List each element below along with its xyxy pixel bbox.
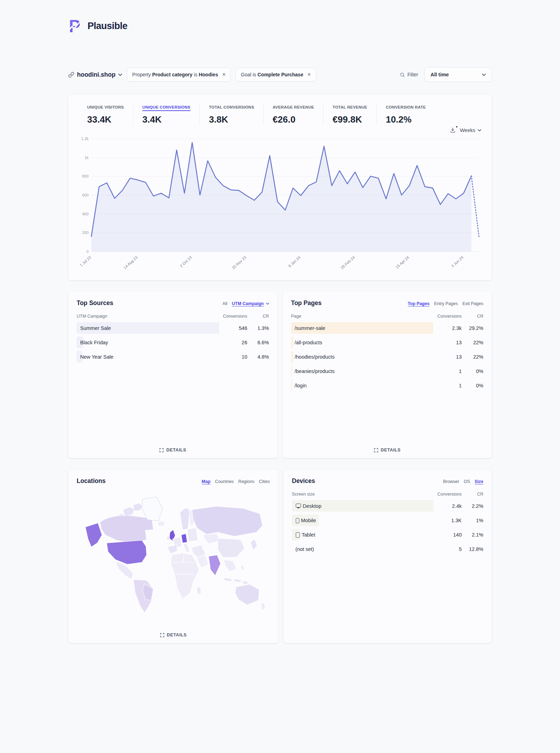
tab-all[interactable]: All — [223, 301, 227, 306]
table-row[interactable]: Tablet 140 2.1% — [292, 529, 483, 540]
stat-metric[interactable]: TOTAL CONVERSIONS 3.8K — [200, 104, 263, 125]
tab[interactable]: Cities — [259, 479, 270, 484]
row-conversions: 13 — [424, 340, 462, 345]
stats-row: UNIQUE VISITORS 33.4K UNIQUE CONVERSIONS… — [78, 104, 482, 125]
details-button[interactable]: DETAILS — [68, 633, 278, 637]
tab[interactable]: Exit Pages — [462, 301, 483, 306]
row-label: Desktop — [292, 503, 321, 509]
svg-text:1.2k: 1.2k — [81, 137, 89, 141]
svg-text:20 Nov 23: 20 Nov 23 — [231, 255, 247, 270]
table-row[interactable]: Mobile 1.3K 1% — [292, 514, 483, 526]
tab[interactable]: Entry Pages — [434, 301, 458, 306]
svg-text:3 Jun 24: 3 Jun 24 — [450, 255, 464, 268]
site-name: hoodini.shop — [77, 71, 115, 78]
tab[interactable]: OS — [464, 479, 470, 484]
sources-table: Summer Sale 546 1.3% Black Friday 26 6.6… — [77, 322, 269, 362]
expand-icon — [374, 448, 378, 453]
stat-metric[interactable]: UNIQUE CONVERSIONS 3.4K — [133, 104, 200, 125]
row-label: Summer Sale — [77, 325, 111, 331]
row-conversions: 1.3K — [424, 518, 462, 523]
stat-metric[interactable]: AVERAGE REVENUE €26.0 — [263, 104, 323, 125]
locations-panel: Locations Map Countries Regions Cities — [68, 470, 278, 643]
details-button[interactable]: DETAILS — [283, 448, 492, 453]
top-sources-panel: Top Sources All UTM Campaign UTM Campaig… — [68, 292, 278, 458]
row-label: /beanies/products — [291, 368, 335, 374]
tab[interactable]: Browser — [443, 479, 459, 484]
panel-title: Top Sources — [77, 299, 113, 307]
brand-name: Plausible — [88, 21, 127, 32]
dashboard: P P Plausible hoodini.shop Property Prod… — [68, 0, 492, 643]
filter-pill[interactable]: Property Product category is Hoodies× — [127, 68, 231, 82]
link-icon — [68, 72, 74, 78]
row-cr: 6.6% — [247, 340, 269, 345]
table-row[interactable]: /login 1 0% — [291, 380, 484, 391]
stat-metric[interactable]: CONVERSION RATE 10.2% — [376, 104, 435, 125]
row-conversions: 2.4k — [424, 503, 462, 509]
row-label: Mobile — [292, 518, 316, 523]
table-row[interactable]: /hoodies/products 13 22% — [291, 351, 484, 362]
row-label: /login — [291, 383, 307, 388]
table-row[interactable]: New Year Sale 10 4.8% — [77, 351, 269, 362]
row-conversions: 140 — [424, 532, 462, 538]
stat-label: TOTAL REVENUE — [332, 105, 367, 111]
table-row[interactable]: /beanies/products 1 0% — [291, 365, 484, 377]
svg-text:14 Aug 23: 14 Aug 23 — [122, 255, 138, 270]
row-label: New Year Sale — [77, 354, 113, 360]
svg-text:1 Jul 23: 1 Jul 23 — [79, 255, 92, 268]
row-cr: 4.8% — [247, 354, 269, 360]
interval-select[interactable]: Weeks — [460, 127, 481, 133]
filter-button[interactable]: Filter — [400, 72, 418, 77]
filter-pill[interactable]: Goal is Complete Purchase× — [236, 68, 316, 82]
devices-table: Desktop 2.4k 2.2% Mobile — [292, 500, 483, 555]
download-button[interactable] — [450, 127, 456, 133]
table-row[interactable]: /all-products 13 22% — [291, 337, 484, 348]
filter-pills: Property Product category is Hoodies×Goa… — [122, 68, 316, 82]
stat-label: UNIQUE CONVERSIONS — [142, 105, 190, 111]
chevron-down-icon — [482, 74, 486, 76]
tab[interactable]: Regions — [238, 479, 254, 484]
stat-value: €26.0 — [273, 114, 314, 125]
stat-value: 33.4K — [87, 114, 124, 125]
tab[interactable]: Size — [475, 479, 483, 484]
row-conversions: 10 — [210, 354, 247, 360]
table-row[interactable]: Black Friday 26 6.6% — [77, 337, 269, 348]
table-row[interactable]: (not set) 5 12.8% — [292, 543, 483, 555]
details-button[interactable]: DETAILS — [68, 448, 278, 453]
svg-text:8 Jan 24: 8 Jan 24 — [287, 255, 301, 268]
expand-icon — [159, 448, 164, 453]
visitors-panel: UNIQUE VISITORS 33.4K UNIQUE CONVERSIONS… — [68, 95, 492, 280]
svg-text:800: 800 — [82, 174, 89, 178]
tab[interactable]: Countries — [215, 479, 234, 484]
row-label: /all-products — [291, 340, 322, 345]
plausible-logo-icon: P P — [68, 18, 84, 34]
row-cr: 12.8% — [462, 546, 483, 552]
svg-text:0: 0 — [86, 249, 89, 254]
panel-title: Top Pages — [291, 299, 322, 307]
row-cr: 0% — [462, 368, 483, 374]
conversions-line-chart[interactable]: 1.2k1k80060040020001 Jul 2314 Aug 232 Oc… — [78, 133, 482, 276]
table-row[interactable]: Desktop 2.4k 2.2% — [292, 500, 483, 512]
stat-metric[interactable]: TOTAL REVENUE €99.8K — [323, 104, 376, 125]
toolbar: hoodini.shop Property Product category i… — [68, 67, 492, 82]
remove-filter-icon[interactable]: × — [307, 72, 310, 77]
world-map[interactable] — [77, 490, 270, 614]
row-cr: 2.1% — [462, 532, 483, 538]
remove-filter-icon[interactable]: × — [222, 72, 225, 77]
date-range-select[interactable]: All time — [425, 67, 492, 82]
stat-value: 3.4K — [142, 114, 190, 125]
row-cr: 29.2% — [462, 325, 483, 331]
table-row[interactable]: Summer Sale 546 1.3% — [77, 322, 269, 334]
tab[interactable]: Top Pages — [408, 301, 429, 306]
table-row[interactable]: /summer-sale 2.3k 29.2% — [291, 322, 484, 334]
row-cr: 1.3% — [247, 325, 269, 331]
stat-value: 3.8K — [209, 114, 254, 125]
site-selector[interactable]: hoodini.shop — [68, 71, 122, 78]
expand-icon — [160, 633, 164, 637]
svg-text:26 Feb 24: 26 Feb 24 — [340, 255, 356, 270]
notice-dot — [456, 126, 457, 127]
row-cr: 22% — [462, 354, 483, 360]
pages-table: /summer-sale 2.3k 29.2% /all-products 13… — [291, 322, 484, 391]
utm-campaign-select[interactable]: UTM Campaign — [232, 301, 269, 306]
tab[interactable]: Map — [202, 479, 210, 484]
stat-metric[interactable]: UNIQUE VISITORS 33.4K — [78, 104, 133, 125]
